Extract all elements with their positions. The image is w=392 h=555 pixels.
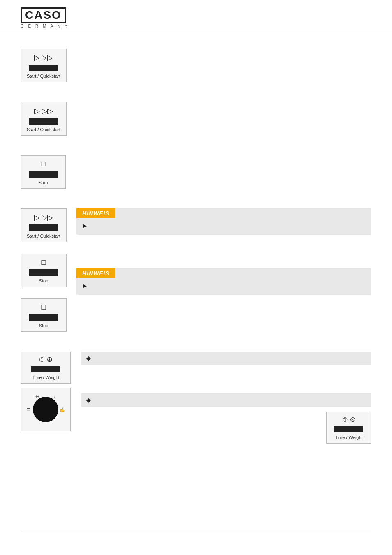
time-weight-button-bottom-right[interactable]: ① ☮ Time / Weight	[326, 412, 371, 444]
time-weight-button[interactable]: ① ☮ Time / Weight	[21, 352, 71, 384]
stop-icon-row-2: □	[42, 258, 46, 267]
footer-line	[21, 532, 371, 532]
hinweis-label-1: HINWEIS	[76, 208, 115, 218]
start-quickstart-label-3: Start / Quickstart	[27, 234, 60, 238]
header: CASO G E R M A N Y	[0, 0, 392, 32]
stop-label-3: Stop	[39, 323, 48, 328]
start-quickstart-icon-row-3: ▷ ▷▷	[34, 213, 53, 222]
start-quickstart-button-3[interactable]: ▷ ▷▷ Start / Quickstart	[21, 208, 67, 242]
knob-lines-icon: ≡	[27, 406, 30, 412]
weight-icon: ☮	[47, 356, 52, 363]
stop-icon-row-3: □	[42, 303, 46, 312]
section-time-weight: ① ☮ Time / Weight ↤ →	[21, 352, 371, 431]
brand-sub: G E R M A N Y	[21, 24, 371, 28]
start-quickstart-label-2: Start / Quickstart	[27, 127, 60, 132]
section-start-quickstart-1: ▷ ▷▷ Start / Quickstart	[21, 49, 371, 90]
hinweis-arrow-1: ►	[82, 222, 88, 229]
hinweis-content-2: ►	[76, 281, 371, 291]
section-start-quickstart-2: ▷ ▷▷ Start / Quickstart	[21, 102, 371, 143]
stop-icon-3: □	[42, 303, 46, 312]
stop-icon-standalone: □	[41, 160, 46, 169]
weight-icon-br: ☮	[350, 416, 355, 423]
time-weight-icon-row-br: ① ☮	[342, 416, 355, 423]
diamond-hint-1: ◆	[81, 352, 371, 365]
start-quickstart-bar-3	[29, 224, 58, 231]
start-quickstart-bar-1	[29, 65, 58, 71]
play-icon-1: ▷	[34, 53, 40, 62]
diamond-icon-2: ◆	[86, 397, 91, 403]
start-quickstart-icon-row-1: ▷ ▷▷	[34, 53, 53, 62]
stop-button-2[interactable]: □ Stop	[21, 254, 67, 287]
stop-bar-2	[29, 269, 58, 276]
fast-forward-icon-2: ▷▷	[42, 106, 53, 116]
section-stop-standalone: □ Stop	[21, 155, 371, 196]
knob-dial[interactable]	[33, 397, 58, 422]
diamond-icon-1: ◆	[86, 355, 91, 361]
btn-col-1: ▷ ▷▷ Start / Quickstart □ Stop □	[21, 208, 67, 339]
bottom-btn-col: ① ☮ Time / Weight ↤ →	[21, 352, 71, 431]
bottom-section: ① ☮ Time / Weight ↤ →	[21, 352, 371, 431]
hinweis-label-2: HINWEIS	[76, 268, 115, 278]
play-icon-3: ▷	[34, 213, 40, 222]
row-pair-1: ▷ ▷▷ Start / Quickstart □ Stop □	[21, 208, 371, 339]
time-weight-icon-row: ① ☮	[39, 356, 52, 363]
knob-settings-icon: ✍	[60, 407, 65, 412]
time-weight-label-br: Time / Weight	[335, 435, 362, 440]
stop-button-standalone[interactable]: □ Stop	[21, 155, 66, 189]
hinweis-arrow-2: ►	[82, 282, 88, 289]
stop-button-3[interactable]: □ Stop	[21, 298, 67, 332]
time-weight-label: Time / Weight	[32, 375, 59, 380]
stop-label-2: Stop	[39, 278, 48, 283]
fast-forward-icon-3: ▷▷	[42, 213, 53, 222]
clock-icon-br: ①	[342, 416, 348, 423]
start-quickstart-bar-2	[29, 118, 58, 125]
play-icon-2: ▷	[34, 106, 40, 116]
fast-forward-icon-1: ▷▷	[42, 53, 53, 62]
hinweis-box-1: HINWEIS ►	[76, 208, 371, 235]
section-hinweis-1: ▷ ▷▷ Start / Quickstart □ Stop □	[21, 208, 371, 339]
time-weight-bar	[31, 366, 60, 372]
hinweis-box-2: HINWEIS ►	[76, 268, 371, 295]
start-quickstart-button-2[interactable]: ▷ ▷▷ Start / Quickstart	[21, 102, 67, 136]
bottom-hint-col: ◆ ◆	[81, 352, 371, 407]
stop-bar-standalone	[29, 171, 58, 178]
hint-col-1: HINWEIS ► HINWEIS ►	[76, 208, 371, 300]
knob-widget[interactable]: ↤ → ≡ ✍	[21, 388, 71, 431]
clock-icon: ①	[39, 356, 44, 363]
start-quickstart-label-1: Start / Quickstart	[27, 74, 60, 79]
content-area: ▷ ▷▷ Start / Quickstart ▷ ▷▷ Start / Qui…	[0, 32, 392, 456]
brand-logo: CASO	[21, 7, 66, 23]
hinweis-content-1: ►	[76, 221, 371, 231]
stop-label-standalone: Stop	[39, 180, 48, 185]
time-weight-bar-br	[334, 426, 363, 432]
stop-icon-2: □	[42, 258, 46, 267]
start-quickstart-button-1[interactable]: ▷ ▷▷ Start / Quickstart	[21, 49, 67, 82]
diamond-hint-2: ◆	[81, 393, 371, 407]
stop-icon-row-standalone: □	[41, 160, 46, 169]
stop-bar-3	[29, 314, 58, 321]
start-quickstart-icon-row-2: ▷ ▷▷	[34, 106, 53, 116]
